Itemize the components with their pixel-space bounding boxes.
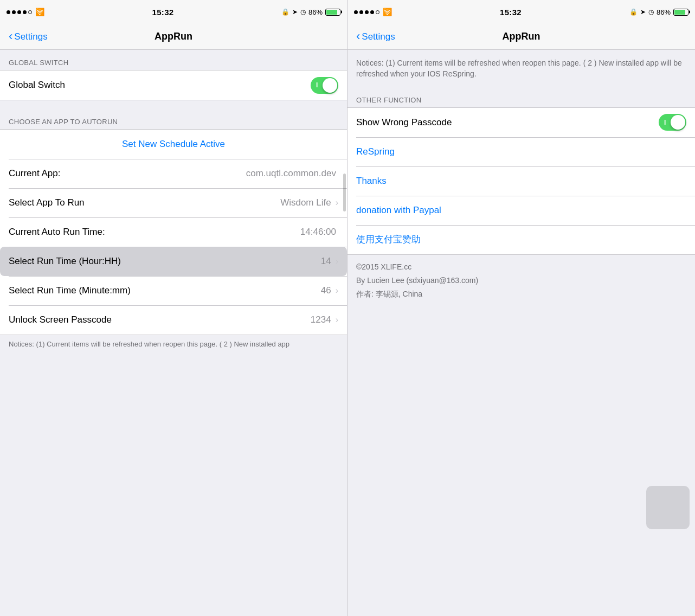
right-content: Notices: (1) Current items will be refre…: [347, 50, 695, 616]
minute-chevron-icon: ›: [336, 286, 338, 296]
status-left-right: 🛜: [354, 8, 392, 16]
lock-icon-right: 🔒: [629, 8, 638, 16]
alipay-label: 使用支付宝赞助: [356, 233, 421, 246]
back-label-left: Settings: [14, 31, 47, 42]
battery-fill-right: [674, 10, 685, 15]
chevron-left-icon-left: ‹: [9, 30, 12, 42]
select-app-label: Select App To Run: [9, 197, 280, 208]
location-icon: ➤: [292, 8, 298, 16]
status-bar-right: 🛜 15:32 🔒 ➤ ◷ 86%: [347, 0, 695, 24]
status-time-left: 15:32: [152, 8, 174, 17]
hour-label: Select Run Time (Hour:HH): [9, 256, 321, 267]
r-dot2: [359, 10, 363, 14]
alarm-icon: ◷: [300, 8, 306, 16]
row-global-switch: Global Switch I: [0, 70, 347, 100]
dot2: [12, 10, 16, 14]
table-other: Show Wrong Passcode I ReSpring Thanks do…: [347, 107, 695, 255]
passcode-label: Unlock Screen Passcode: [9, 315, 311, 325]
r-dot4: [370, 10, 374, 14]
row-current-auto-time: Current Auto Run Time: 14:46:00: [0, 217, 347, 247]
global-switch-label: Global Switch: [9, 80, 311, 91]
right-panel: 🛜 15:32 🔒 ➤ ◷ 86% ‹ Settings AppRun Noti…: [347, 0, 695, 616]
row-select-app[interactable]: Select App To Run Wisdom Life ›: [0, 188, 347, 217]
nav-bar-left: ‹ Settings AppRun: [0, 24, 347, 50]
respring-label: ReSpring: [356, 146, 395, 157]
nav-title-left: AppRun: [155, 31, 192, 42]
dot3: [17, 10, 21, 14]
toggle-i-label-right: I: [664, 119, 666, 126]
select-app-chevron-icon: ›: [336, 198, 338, 208]
wrong-passcode-label: Show Wrong Passcode: [356, 117, 659, 128]
r-dot1: [354, 10, 358, 14]
global-switch-toggle[interactable]: I: [311, 77, 338, 94]
table-autorun: Set New Schedule Active Current App: com…: [0, 129, 347, 335]
set-schedule-label: Set New Schedule Active: [9, 139, 338, 150]
status-right-right: 🔒 ➤ ◷ 86%: [629, 8, 688, 16]
dot1: [7, 10, 10, 14]
footer-copyright: ©2015 XLIFE.cc: [356, 260, 686, 274]
minute-value: 46: [321, 285, 331, 296]
hour-chevron-icon: ›: [336, 256, 338, 266]
toggle-knob-right: [671, 115, 685, 130]
notice-text: Notices: (1) Current items will be refre…: [347, 50, 695, 87]
r-dot3: [365, 10, 369, 14]
wifi-icon: 🛜: [35, 8, 44, 16]
section-other-function: OTHER FUNCTION: [347, 87, 695, 107]
row-set-schedule[interactable]: Set New Schedule Active: [0, 130, 347, 159]
battery-bar-right: [673, 9, 688, 16]
table-global-switch: Global Switch I: [0, 70, 347, 100]
row-current-app: Current App: com.uqtl.common.dev: [0, 159, 347, 188]
back-button-right[interactable]: ‹ Settings: [356, 31, 395, 42]
row-select-hour[interactable]: Select Run Time (Hour:HH) 14 ›: [0, 247, 347, 276]
row-thanks[interactable]: Thanks: [347, 166, 695, 196]
select-app-value: Wisdom Life: [280, 197, 331, 208]
footer-info: ©2015 XLIFE.cc By Lucien Lee (sdxiyuan@1…: [347, 255, 695, 305]
battery-percent-right: 86%: [657, 8, 671, 16]
picker-box-right: [646, 486, 690, 529]
row-alipay[interactable]: 使用支付宝赞助: [347, 225, 695, 254]
nav-title-right: AppRun: [503, 31, 540, 42]
battery-percent-left: 86%: [308, 8, 323, 16]
dot4: [23, 10, 27, 14]
chevron-left-icon-right: ‹: [356, 30, 360, 42]
footer-author-cn: 作者: 李锡源, China: [356, 287, 686, 301]
battery-left: [325, 9, 340, 16]
status-bar-left: 🛜 15:32 🔒 ➤ ◷ 86%: [0, 0, 347, 24]
minute-label: Select Run Time (Minute:mm): [9, 285, 321, 296]
row-donation[interactable]: donation with Paypal: [347, 196, 695, 225]
row-show-wrong-passcode: Show Wrong Passcode I: [347, 108, 695, 137]
alarm-icon-right: ◷: [648, 8, 654, 16]
section-global-switch: GLOBAL SWITCH: [0, 50, 347, 70]
thanks-label: Thanks: [356, 176, 387, 187]
row-respring[interactable]: ReSpring: [347, 137, 695, 166]
wrong-passcode-toggle[interactable]: I: [659, 114, 686, 131]
passcode-value: 1234: [311, 315, 331, 325]
current-time-label: Current Auto Run Time:: [9, 227, 300, 238]
donation-label: donation with Paypal: [356, 205, 441, 216]
current-time-value: 14:46:00: [300, 227, 336, 238]
footer-author: By Lucien Lee (sdxiyuan@163.com): [356, 274, 686, 287]
back-label-right: Settings: [362, 31, 395, 42]
dot5: [28, 10, 32, 14]
r-dot5: [376, 10, 379, 14]
status-left: 🛜: [7, 8, 44, 16]
space1: [0, 100, 347, 109]
battery-right: [673, 9, 688, 16]
signal-dots: [7, 10, 32, 14]
current-app-label: Current App:: [9, 168, 246, 179]
left-panel: 🛜 15:32 🔒 ➤ ◷ 86% ‹ Settings AppRun GLOB…: [0, 0, 347, 616]
row-select-minute[interactable]: Select Run Time (Minute:mm) 46 ›: [0, 276, 347, 305]
section-choose-app: CHOOSE AN APP TO AUTORUN: [0, 109, 347, 129]
current-app-value: com.uqtl.common.dev: [246, 168, 336, 179]
left-footer: Notices: (1) Current items will be refre…: [0, 335, 347, 358]
left-content: GLOBAL SWITCH Global Switch I CHOOSE AN …: [0, 50, 347, 616]
status-time-right: 15:32: [500, 8, 522, 17]
nav-bar-right: ‹ Settings AppRun: [347, 24, 695, 50]
hour-value: 14: [321, 256, 331, 267]
back-button-left[interactable]: ‹ Settings: [9, 31, 48, 42]
lock-icon: 🔒: [281, 8, 289, 16]
toggle-i-label: I: [316, 81, 318, 89]
battery-bar-left: [325, 9, 340, 16]
signal-dots-right: [354, 10, 379, 14]
row-unlock-passcode[interactable]: Unlock Screen Passcode 1234 ›: [0, 305, 347, 335]
